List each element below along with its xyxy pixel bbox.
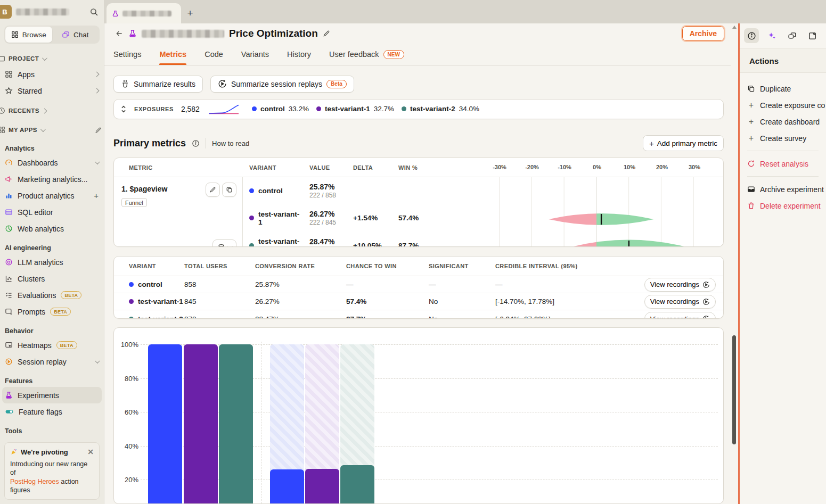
- how-to-read-link[interactable]: How to read: [212, 139, 249, 147]
- row-tv2-delta: +10.05%: [353, 232, 398, 247]
- new-tab-button[interactable]: +: [181, 3, 199, 23]
- sidebar-item-product-analytics[interactable]: Product analytics +: [2, 187, 102, 204]
- scatter-plot-icon: [5, 275, 13, 283]
- copy-icon: [747, 85, 755, 93]
- reset-analysis-action[interactable]: Reset analysis: [747, 155, 826, 172]
- apps-grid-icon: [0, 126, 5, 134]
- sidebar-item-experiments[interactable]: Experiments: [2, 387, 102, 403]
- discussions-icon[interactable]: [784, 28, 799, 43]
- view-recordings-button[interactable]: View recordings: [644, 278, 716, 292]
- posthog-heroes-link[interactable]: PostHog Heroes: [10, 478, 59, 485]
- sidebar-item-prompts[interactable]: Prompts BETA: [2, 303, 102, 320]
- browse-button[interactable]: Browse: [5, 27, 52, 43]
- recents-section-header[interactable]: RECENTS: [2, 103, 102, 118]
- edit-metric-button[interactable]: [206, 183, 220, 197]
- sidebar-item-clusters[interactable]: Clusters: [2, 270, 102, 287]
- replay-play-icon: [702, 298, 710, 305]
- create-dashboard-action[interactable]: + Create dashboard: [747, 113, 826, 130]
- sidebar-item-feature-flags[interactable]: Feature flags: [2, 403, 102, 420]
- view-recordings-button[interactable]: View recordings: [644, 312, 716, 319]
- sidebar-tree: PROJECT Apps Starred RECENTS MY APPS Ana…: [0, 48, 104, 438]
- tab-variants[interactable]: Variants: [241, 44, 269, 64]
- sidebar-item-llm-analytics[interactable]: LLM analytics: [2, 254, 102, 270]
- bar-step1-control[interactable]: [148, 344, 182, 504]
- pie-chart-icon: [5, 225, 13, 233]
- ai-sparkles-icon[interactable]: [764, 28, 779, 43]
- bar-step2-test-variant-2[interactable]: [340, 465, 374, 504]
- workspace-name-blurred[interactable]: [16, 9, 69, 15]
- row-tv1-delta: +1.54%: [353, 204, 398, 232]
- sidebar-top-row: B: [0, 0, 104, 23]
- tab-user-feedback[interactable]: User feedbackNEW: [329, 44, 404, 64]
- play-circle-icon: [5, 358, 13, 366]
- info-tab-icon[interactable]: [744, 28, 759, 43]
- group-title-analytics: Analytics: [5, 145, 102, 152]
- cauldron-icon: [121, 80, 129, 88]
- sidebar-item-workflows[interactable]: Workflows: [2, 437, 102, 438]
- col-delta: DELTA: [353, 164, 398, 171]
- close-icon[interactable]: ✕: [87, 448, 94, 456]
- archive-experiment-action[interactable]: Archive experiment: [747, 181, 826, 197]
- create-exposure-action[interactable]: + Create exposure co: [747, 97, 826, 113]
- scrollbar-thumb[interactable]: [732, 335, 736, 444]
- my-apps-section-header[interactable]: MY APPS: [2, 122, 102, 137]
- chevron-down-icon: [95, 159, 100, 164]
- summarize-replays-button[interactable]: Summarize session replays Beta: [210, 76, 354, 93]
- page-title: Price Optimization: [229, 28, 318, 39]
- tab-code[interactable]: Code: [205, 44, 223, 64]
- sort-chevrons-icon[interactable]: [120, 105, 127, 113]
- sidebar-item-evaluations[interactable]: Evaluations BETA: [2, 287, 102, 303]
- side-panel-icon-bar: [740, 23, 826, 48]
- notebook-icon[interactable]: [805, 28, 820, 43]
- tab-settings[interactable]: Settings: [113, 44, 141, 64]
- add-primary-metric-button[interactable]: + Add primary metric: [643, 135, 724, 151]
- sidebar-item-starred[interactable]: Starred: [2, 82, 102, 99]
- delete-experiment-action[interactable]: Delete experiment: [747, 197, 826, 214]
- duplicate-metric-button[interactable]: [222, 183, 236, 197]
- sidebar-item-apps[interactable]: Apps: [2, 66, 102, 82]
- vertical-scrollbar[interactable]: [731, 23, 738, 504]
- plus-icon[interactable]: +: [94, 191, 99, 200]
- bar-step2-control[interactable]: [270, 469, 304, 504]
- edit-pencil-icon[interactable]: [323, 30, 330, 37]
- primary-metrics-title: Primary metrics: [113, 138, 186, 149]
- tab-history[interactable]: History: [287, 44, 311, 64]
- metric-options-dropdown[interactable]: [212, 239, 236, 247]
- chat-bubble-icon: [62, 31, 70, 39]
- group-title-behavior: Behavior: [5, 327, 102, 335]
- scrollbar-up-arrow[interactable]: [732, 26, 737, 29]
- bar-step2-test-variant-1[interactable]: [305, 469, 339, 504]
- gauge-icon: [5, 159, 13, 167]
- ytick-100: 100%: [121, 341, 138, 349]
- sidebar-item-session-replay[interactable]: Session replay: [2, 353, 102, 370]
- experiment-tabs: Settings Metrics Code Variants History U…: [104, 44, 731, 65]
- replay-play-icon: [702, 315, 710, 319]
- project-section-header[interactable]: PROJECT: [2, 51, 102, 66]
- view-recordings-button[interactable]: View recordings: [644, 295, 716, 309]
- workspace-avatar[interactable]: B: [0, 5, 12, 19]
- browse-chat-toggle: Browse Chat: [4, 26, 100, 44]
- summarize-results-button[interactable]: Summarize results: [113, 76, 203, 93]
- exposures-value: 2,582: [181, 105, 200, 113]
- bar-step1-test-variant-2[interactable]: [219, 344, 253, 504]
- info-icon[interactable]: [192, 139, 200, 147]
- sidebar-item-marketing-analytics[interactable]: Marketing analytics...: [2, 171, 102, 187]
- row-tv2-value: 28.47%250 / 878: [303, 232, 353, 247]
- create-survey-action[interactable]: + Create survey: [747, 130, 826, 146]
- active-browser-tab[interactable]: [107, 3, 181, 23]
- sidebar-item-dashboards[interactable]: Dashboards: [2, 154, 102, 171]
- tab-metrics[interactable]: Metrics: [159, 44, 186, 64]
- bar-step1-test-variant-1[interactable]: [184, 344, 218, 504]
- metric-type-tag: Funnel: [121, 198, 147, 207]
- sidebar-item-web-analytics[interactable]: Web analytics: [2, 220, 102, 237]
- back-arrow-icon[interactable]: [115, 29, 124, 38]
- archive-button[interactable]: Archive: [682, 26, 724, 41]
- chat-button[interactable]: Chat: [52, 27, 99, 43]
- sidebar-item-heatmaps[interactable]: Heatmaps BETA: [2, 337, 102, 353]
- edit-pencil-icon[interactable]: [95, 127, 102, 134]
- col-variant: VARIANT: [243, 164, 303, 171]
- sidebar-item-sql-editor[interactable]: SQL editor: [2, 204, 102, 220]
- ytick-40: 40%: [125, 442, 138, 450]
- search-icon[interactable]: [89, 7, 99, 16]
- duplicate-action[interactable]: Duplicate: [747, 80, 826, 97]
